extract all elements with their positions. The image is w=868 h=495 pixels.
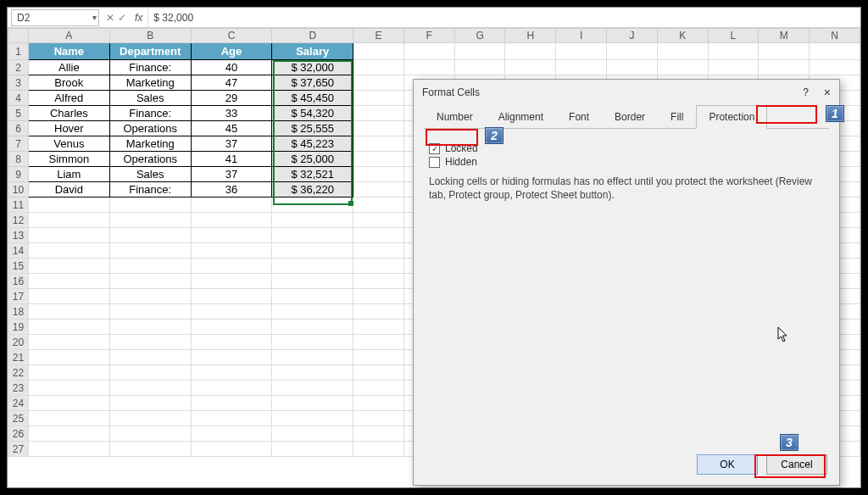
cell[interactable]: Marketing — [109, 75, 191, 91]
cell[interactable]: $ 45,223 — [272, 136, 353, 152]
cell[interactable]: Finance: — [109, 60, 191, 75]
cell[interactable]: $ 45,450 — [272, 91, 353, 106]
row-header[interactable]: 13 — [8, 228, 29, 243]
cell[interactable]: $ 37,650 — [272, 75, 353, 91]
cell[interactable]: 45 — [191, 121, 272, 136]
cell[interactable]: 37 — [191, 136, 272, 152]
col-header[interactable]: G — [454, 29, 505, 43]
row-header[interactable]: 18 — [8, 304, 29, 320]
row-header[interactable]: 12 — [8, 213, 29, 228]
accept-icon[interactable]: ✓ — [118, 12, 126, 24]
row-header[interactable]: 5 — [8, 106, 29, 121]
row-header[interactable]: 2 — [8, 60, 29, 75]
row-header[interactable]: 6 — [8, 121, 29, 136]
row-header[interactable]: 26 — [8, 426, 29, 442]
table-header[interactable]: Name — [28, 43, 109, 60]
close-icon[interactable]: × — [824, 86, 831, 99]
row-header[interactable]: 24 — [8, 396, 29, 411]
cell[interactable]: $ 25,000 — [272, 152, 353, 167]
cell[interactable]: 36 — [191, 182, 272, 197]
cell[interactable]: 33 — [191, 106, 272, 121]
fx-label[interactable]: fx — [130, 12, 147, 24]
cancel-icon[interactable]: ✕ — [106, 12, 114, 24]
col-header[interactable]: B — [109, 29, 191, 43]
cell[interactable]: 40 — [191, 60, 272, 75]
cell[interactable]: Brook — [28, 75, 109, 91]
tab-number[interactable]: Number — [424, 105, 486, 128]
cell[interactable]: 47 — [191, 75, 272, 91]
help-icon[interactable]: ? — [803, 86, 809, 98]
col-header[interactable]: M — [759, 29, 810, 43]
cell[interactable]: Marketing — [109, 136, 191, 152]
cell[interactable]: $ 32,521 — [272, 167, 353, 182]
cell[interactable]: Venus — [28, 136, 109, 152]
col-header[interactable]: F — [403, 29, 454, 43]
row-header[interactable]: 7 — [8, 136, 29, 152]
cell[interactable]: $ 25,555 — [272, 121, 353, 136]
tab-font[interactable]: Font — [556, 105, 602, 128]
tab-protection[interactable]: Protection — [696, 105, 767, 129]
row-header[interactable]: 14 — [8, 243, 29, 259]
chevron-down-icon[interactable]: ▾ — [92, 13, 97, 22]
cell[interactable]: Finance: — [109, 182, 191, 197]
cancel-button[interactable]: Cancel — [766, 454, 827, 475]
cell[interactable]: Alfred — [28, 91, 109, 106]
row-header[interactable]: 25 — [8, 411, 29, 426]
select-all-corner[interactable] — [8, 29, 29, 43]
cell[interactable]: $ 36,220 — [272, 182, 353, 197]
cell[interactable]: $ 54,320 — [272, 106, 353, 121]
row-header[interactable]: 15 — [8, 259, 29, 274]
cell[interactable]: 29 — [191, 91, 272, 106]
hidden-checkbox[interactable] — [429, 157, 440, 168]
cell[interactable]: Finance: — [109, 106, 191, 121]
dialog-titlebar[interactable]: Format Cells ? × — [414, 80, 839, 105]
cell[interactable]: Hover — [28, 121, 109, 136]
cell[interactable]: Charles — [28, 106, 109, 121]
row-header[interactable]: 27 — [8, 442, 29, 457]
row-header[interactable]: 1 — [8, 43, 29, 60]
cell[interactable]: Operations — [109, 121, 191, 136]
row-header[interactable]: 16 — [8, 274, 29, 289]
cell[interactable]: Sales — [109, 91, 191, 106]
col-header[interactable]: I — [556, 29, 607, 43]
col-header[interactable]: K — [657, 29, 708, 43]
col-header[interactable]: E — [353, 29, 404, 43]
row-header[interactable]: 10 — [8, 182, 29, 197]
row-header[interactable]: 22 — [8, 365, 29, 381]
col-header[interactable]: H — [505, 29, 556, 43]
name-box[interactable]: D2 ▾ — [11, 9, 99, 26]
tab-fill[interactable]: Fill — [658, 105, 696, 128]
cell[interactable]: David — [28, 182, 109, 197]
row-header[interactable]: 4 — [8, 91, 29, 106]
row-header[interactable]: 3 — [8, 75, 29, 91]
col-header[interactable]: J — [607, 29, 658, 43]
row-header[interactable]: 20 — [8, 335, 29, 350]
cell[interactable]: $ 32,000 — [272, 60, 353, 75]
cell[interactable]: Sales — [109, 167, 191, 182]
col-header[interactable]: A — [28, 29, 109, 43]
col-header[interactable]: N — [810, 29, 860, 43]
locked-checkbox[interactable]: ✓ — [429, 143, 440, 154]
col-header[interactable]: L — [708, 29, 759, 43]
table-header[interactable]: Age — [191, 43, 272, 60]
tab-alignment[interactable]: Alignment — [486, 105, 556, 128]
table-header[interactable]: Salary — [272, 43, 353, 60]
row-header[interactable]: 9 — [8, 167, 29, 182]
tab-border[interactable]: Border — [602, 105, 658, 128]
row-header[interactable]: 19 — [8, 320, 29, 335]
cell[interactable]: Simmon — [28, 152, 109, 167]
cell[interactable]: Allie — [28, 60, 109, 75]
row-header[interactable]: 8 — [8, 152, 29, 167]
cell[interactable]: Liam — [28, 167, 109, 182]
cell[interactable]: 37 — [191, 167, 272, 182]
row-header[interactable]: 17 — [8, 289, 29, 304]
row-header[interactable]: 23 — [8, 381, 29, 396]
table-header[interactable]: Department — [109, 43, 191, 60]
ok-button[interactable]: OK — [697, 454, 758, 475]
col-header[interactable]: D — [272, 29, 353, 43]
col-header[interactable]: C — [191, 29, 272, 43]
cell[interactable]: Operations — [109, 152, 191, 167]
cell[interactable]: 41 — [191, 152, 272, 167]
formula-input[interactable]: $ 32,000 — [147, 8, 860, 27]
row-header[interactable]: 21 — [8, 350, 29, 365]
